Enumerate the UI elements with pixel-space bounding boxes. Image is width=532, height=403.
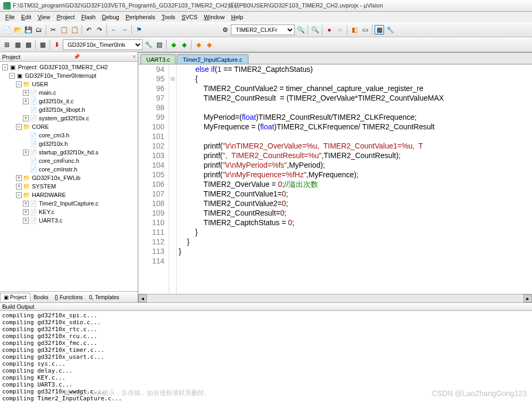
horizontal-scrollbar[interactable]: ◄ ► xyxy=(138,294,532,302)
project-target-combo[interactable]: GD32F10x_Timer0Interru xyxy=(63,39,143,50)
build2-icon[interactable]: ▦ xyxy=(13,40,22,50)
scroll-left-icon[interactable]: ◄ xyxy=(138,294,147,302)
line-number-gutter: 9495969798991001011021031041051061071081… xyxy=(138,64,169,294)
save-icon[interactable]: 💾 xyxy=(23,25,33,35)
code-text[interactable]: else if(1 == TIMER2_CaptchStatus) { TIME… xyxy=(177,64,532,294)
fold-column[interactable]: ⊟ xyxy=(169,64,177,294)
menu-debug[interactable]: Debug xyxy=(99,13,122,21)
panel-tab[interactable]: {} Functions xyxy=(52,293,86,301)
tree-item[interactable]: 📄gd32f10x_libopt.h xyxy=(0,105,138,114)
menu-flash[interactable]: Flash xyxy=(78,13,99,21)
editor-tabs: UART3.cTimer2_InputCapture.c xyxy=(138,53,532,64)
panel-tab[interactable]: ▣ Project xyxy=(0,293,30,301)
watermark: CSDN @LaoZhangGong123 xyxy=(432,389,527,398)
menu-tools[interactable]: Tools xyxy=(159,13,179,21)
menu-peripherals[interactable]: Peripherals xyxy=(122,13,159,21)
rebuild-icon[interactable]: ▦ xyxy=(23,40,33,50)
copy-icon[interactable]: 📋 xyxy=(59,25,69,35)
menu-view[interactable]: View xyxy=(35,13,54,21)
tree-item[interactable]: +📄gd32f10x_it.c xyxy=(0,97,138,105)
project-tree[interactable]: −▣Project: GD32F103_TIMER2_CH2−▣GD32F10x… xyxy=(0,62,138,291)
title-bar: F:\STM32_program\GD32\GD32F103VET6_Progr… xyxy=(0,0,532,12)
target-combo[interactable]: TIMER2_CLKFrequence xyxy=(231,24,295,35)
menu-edit[interactable]: Edit xyxy=(18,13,35,21)
toolbar-2: ⊞ ▦ ▦ ▦ ⬇ GD32F10x_Timer0Interru 🔧 ▤ ◆ ◆… xyxy=(0,37,532,52)
scroll-right-icon[interactable]: ► xyxy=(523,294,532,302)
build-output-header: Build Output xyxy=(0,302,532,311)
tree-item[interactable]: −▣GD32F10x_Timer0Interrupt xyxy=(0,71,138,80)
tree-item[interactable]: −📁HARDWARE xyxy=(0,191,138,199)
tree-item[interactable]: 📄core_cmInstr.h xyxy=(0,165,138,174)
new-icon[interactable]: 📄 xyxy=(2,25,12,35)
editor-tab[interactable]: UART3.c xyxy=(140,54,176,64)
batch-icon[interactable]: ▦ xyxy=(38,40,47,50)
wnd2-icon[interactable]: ▭ xyxy=(360,25,370,35)
saveall-icon[interactable]: 🗂 xyxy=(34,25,44,35)
pack-green2-icon[interactable]: ◆ xyxy=(179,40,189,50)
menu-window[interactable]: Window xyxy=(201,13,228,21)
pack-green-icon[interactable]: ◆ xyxy=(169,40,178,50)
editor-tab[interactable]: Timer2_InputCapture.c xyxy=(177,54,248,64)
tree-item[interactable]: 📄gd32f10x.h xyxy=(0,139,138,148)
editor-body[interactable]: 9495969798991001011021031041051061071081… xyxy=(138,64,532,294)
bookmark-icon[interactable]: ⚑ xyxy=(134,25,144,35)
tree-item[interactable]: −▣Project: GD32F103_TIMER2_CH2 xyxy=(0,63,138,71)
debug-icon[interactable]: 🔍 xyxy=(310,25,320,35)
download-icon[interactable]: ⬇ xyxy=(52,40,62,50)
panel-tab[interactable]: 0, Templates xyxy=(86,293,123,301)
cut-icon[interactable]: ✂ xyxy=(48,25,58,35)
panel-tab[interactable]: Books xyxy=(30,293,52,301)
tree-item[interactable]: 📄core_cm3.h xyxy=(0,131,138,139)
menu-help[interactable]: Help xyxy=(228,13,246,21)
find-icon[interactable]: 🔍 xyxy=(296,25,305,35)
project-panel: Project 📌 × −▣Project: GD32F103_TIMER2_C… xyxy=(0,52,138,302)
wnd-icon[interactable]: ◧ xyxy=(350,25,359,35)
redo-icon[interactable]: ↷ xyxy=(95,25,104,35)
pack-orange-icon[interactable]: ◆ xyxy=(194,40,203,50)
tree-item[interactable]: −📁CORE xyxy=(0,122,138,131)
toolbox-icon[interactable]: ▦ xyxy=(375,25,384,35)
options-icon[interactable]: 🔧 xyxy=(144,40,153,50)
tree-item[interactable]: 📄core_cmFunc.h xyxy=(0,157,138,165)
manage-icon[interactable]: ▤ xyxy=(154,40,164,50)
undo-icon[interactable]: ↶ xyxy=(84,25,94,35)
nav-fwd-icon[interactable]: → xyxy=(120,25,129,35)
editor-area: UART3.cTimer2_InputCapture.c 94959697989… xyxy=(138,52,532,302)
bp-icon[interactable]: ● xyxy=(325,25,334,35)
project-panel-header: Project 📌 × xyxy=(0,52,138,62)
watermark-note: 网络图片仅供展示，非存储，如有侵权请联系删除。 xyxy=(64,389,211,398)
open-icon[interactable]: 📂 xyxy=(13,25,22,35)
pack-orange2-icon[interactable]: ◆ xyxy=(204,40,214,50)
translate-icon[interactable]: ⊞ xyxy=(2,40,12,50)
wrench-icon[interactable]: 🔧 xyxy=(385,25,395,35)
panel-pin-icon[interactable]: 📌 xyxy=(73,54,80,60)
tree-item[interactable]: +📄KEY.c xyxy=(0,208,138,216)
tree-item[interactable]: +📄Timer2_InputCapture.c xyxy=(0,199,138,208)
nav-back-icon[interactable]: ← xyxy=(109,25,119,35)
menu-file[interactable]: File xyxy=(2,13,18,21)
tree-item[interactable]: +📄UART3.c xyxy=(0,216,138,225)
panel-close-icon[interactable]: × xyxy=(132,54,136,60)
window-title: F:\STM32_program\GD32\GD32F103VET6_Progr… xyxy=(13,2,383,10)
tree-item[interactable]: +📄main.c xyxy=(0,88,138,97)
menu-project[interactable]: Project xyxy=(53,13,78,21)
app-icon xyxy=(3,2,11,10)
tree-item[interactable]: −📁USER xyxy=(0,80,138,88)
build-icon[interactable]: ⚙ xyxy=(220,25,230,35)
menu-bar: FileEditViewProjectFlashDebugPeripherals… xyxy=(0,12,532,22)
tree-item[interactable]: +📁GD32F10x_FWLib xyxy=(0,174,138,182)
tree-item[interactable]: +📄system_gd32f10x.c xyxy=(0,114,138,122)
bp2-icon[interactable]: ○ xyxy=(335,25,345,35)
tree-item[interactable]: +📁SYSTEM xyxy=(0,182,138,191)
paste-icon[interactable]: 📋 xyxy=(70,25,79,35)
tree-item[interactable]: +📄startup_gd32f10x_hd.s xyxy=(0,148,138,157)
menu-svcs[interactable]: SVCS xyxy=(178,13,201,21)
toolbar-1: 📄 📂 💾 🗂 ✂ 📋 📋 ↶ ↷ ← → ⚑ ⚙ TIMER2_CLKFreq… xyxy=(0,22,532,37)
project-panel-tabs: ▣ ProjectBooks{} Functions0, Templates xyxy=(0,291,138,302)
